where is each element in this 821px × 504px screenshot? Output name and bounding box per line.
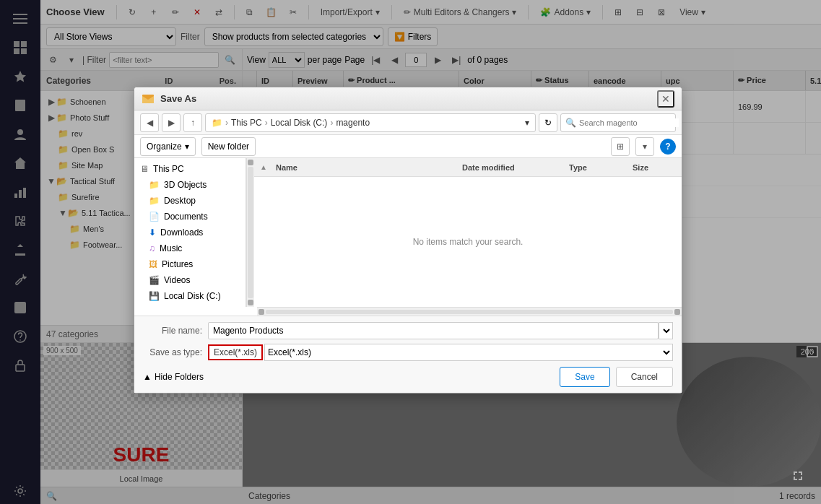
filter-category-select[interactable]: Show products from selected categories xyxy=(204,27,383,46)
scroll-left-arrow[interactable] xyxy=(259,309,264,315)
sidebar-puzzle-icon[interactable] xyxy=(6,208,35,234)
shoe-image xyxy=(677,357,821,487)
tree-item-music[interactable]: ♫ Music xyxy=(134,240,246,256)
breadcrumb-disk[interactable]: Local Disk (C:) xyxy=(271,118,328,128)
import-export-button[interactable]: Import/Export ▾ xyxy=(315,3,386,22)
toggle-photostuff[interactable]: ▶ xyxy=(46,113,56,123)
sidebar-tag-icon[interactable] xyxy=(6,295,35,321)
help-button[interactable]: ? xyxy=(660,139,676,155)
tree-item-documents[interactable]: 📄 Documents xyxy=(134,209,246,225)
prev-page-button[interactable]: ◀ xyxy=(386,52,402,68)
svg-rect-20 xyxy=(16,365,25,371)
sidebar-home-icon[interactable] xyxy=(6,150,35,176)
toggle-tactical[interactable]: ▼ xyxy=(46,176,56,186)
scroll-up-arrow[interactable] xyxy=(248,160,253,165)
search-icon: 🔍 xyxy=(565,118,576,128)
tree-item-pictures[interactable]: 🖼 Pictures xyxy=(134,256,246,272)
save-button[interactable]: Save xyxy=(560,367,609,387)
tree-label-desktop: Desktop xyxy=(164,196,196,206)
save-as-type-select[interactable]: Excel(*.xls) xyxy=(264,344,673,361)
move-button[interactable]: ⇄ xyxy=(209,3,228,22)
refresh-nav-button[interactable]: ↻ xyxy=(539,113,557,132)
back-button[interactable]: ◀ xyxy=(140,113,159,132)
search-filter-button[interactable]: 🔍 xyxy=(222,52,238,68)
sure-logo: SURE xyxy=(113,443,170,466)
add-button[interactable]: + xyxy=(144,3,163,22)
sidebar-chart-icon[interactable] xyxy=(6,179,35,205)
sidebar-star-icon[interactable] xyxy=(6,64,35,90)
col-button2[interactable]: ⊟ xyxy=(630,3,649,22)
multi-editors-button[interactable]: ✏ Multi Editors & Changers ▾ xyxy=(398,3,523,22)
tree-scrollbar[interactable] xyxy=(246,158,254,307)
forward-button[interactable]: ▶ xyxy=(162,113,181,132)
tree-item-this-pc[interactable]: 🖥 This PC xyxy=(134,161,246,177)
sidebar-settings-icon[interactable] xyxy=(6,478,35,504)
col-price[interactable]: ✏ Price xyxy=(734,71,806,90)
view-button[interactable]: View ▾ xyxy=(674,3,711,22)
tree-item-3dobjects[interactable]: 📁 3D Objects xyxy=(134,177,246,193)
top-toolbar: Choose View ↻ + ✏ ✕ ⇄ ⧉ 📋 ✂ Import/Expor… xyxy=(40,0,821,25)
store-select[interactable]: All Store Views xyxy=(46,27,176,46)
category-search-input[interactable] xyxy=(109,52,219,68)
organize-button[interactable]: Organize ▾ xyxy=(140,137,196,156)
page-input[interactable] xyxy=(405,53,427,67)
col-button1[interactable]: ⊞ xyxy=(609,3,627,22)
per-page-select[interactable]: ALL xyxy=(269,52,305,68)
sidebar-person-icon[interactable] xyxy=(6,121,35,147)
hide-folders-toggle[interactable]: ▲ Hide Folders xyxy=(143,372,204,382)
scroll-right-arrow[interactable] xyxy=(674,309,680,315)
tree-item-desktop[interactable]: 📁 Desktop xyxy=(134,193,246,209)
search-bottom-icon[interactable]: 🔍 xyxy=(46,491,57,501)
up-button[interactable]: ↑ xyxy=(183,113,202,132)
sidebar-wrench-icon[interactable] xyxy=(6,266,35,292)
file-area-scrollbar[interactable] xyxy=(257,307,682,316)
sidebar-upload-icon[interactable] xyxy=(6,237,35,263)
cancel-button[interactable]: Cancel xyxy=(616,367,673,387)
refresh-button[interactable]: ↻ xyxy=(123,3,142,22)
file-name-dropdown[interactable]: ▾ xyxy=(659,322,673,339)
filters-button[interactable]: 🔽 Filters xyxy=(388,27,438,46)
file-list-header: ▲ Name Date modified Type Size xyxy=(254,158,682,177)
sidebar-book-icon[interactable] xyxy=(6,92,35,118)
sidebar-dashboard-icon[interactable] xyxy=(6,35,35,61)
expand-icon[interactable] xyxy=(792,470,804,484)
col-date[interactable]: Date modified xyxy=(462,163,563,172)
last-page-button[interactable]: ▶| xyxy=(448,52,464,68)
sidebar-question-icon[interactable] xyxy=(6,323,35,349)
first-page-button[interactable]: |◀ xyxy=(368,52,383,68)
toggle-schoenen[interactable]: ▶ xyxy=(46,97,56,107)
delete-button[interactable]: ✕ xyxy=(188,3,207,22)
sidebar-lock-icon[interactable] xyxy=(6,352,35,378)
new-folder-button[interactable]: New folder xyxy=(201,137,256,156)
cut-button[interactable]: ✂ xyxy=(284,3,303,22)
addons-button[interactable]: 🧩 Addons ▾ xyxy=(534,3,596,22)
tree-item-localdisk[interactable]: 💾 Local Disk (C:) xyxy=(134,288,246,304)
search-input[interactable] xyxy=(579,118,679,127)
tree-label-downloads: Downloads xyxy=(160,227,203,238)
toggle-511[interactable]: ▼ xyxy=(58,208,68,218)
sidebar-menu-icon[interactable] xyxy=(6,6,35,32)
col-button3[interactable]: ⊠ xyxy=(652,3,671,22)
dialog-close-button[interactable]: ✕ xyxy=(657,90,674,108)
tree-item-videos[interactable]: 🎬 Videos xyxy=(134,272,246,288)
breadcrumb-dropdown[interactable]: ▾ xyxy=(525,118,529,128)
gear-button[interactable]: ⚙ xyxy=(45,52,61,68)
edit-button[interactable]: ✏ xyxy=(166,3,185,22)
col-name[interactable]: Name xyxy=(276,163,456,172)
breadcrumb-folder[interactable]: magento xyxy=(336,118,370,128)
file-name-input[interactable] xyxy=(208,322,659,339)
copy-button[interactable]: ⧉ xyxy=(240,3,259,22)
col-511foo[interactable]: 5.11 Foo... xyxy=(806,71,821,90)
view-mode-button[interactable]: ⊞ xyxy=(611,137,630,156)
view-mode-dropdown[interactable]: ▾ xyxy=(635,137,654,156)
filter-toggle-button[interactable]: ▾ xyxy=(64,52,79,68)
link-icon[interactable] xyxy=(807,346,818,360)
breadcrumb-root[interactable]: This PC xyxy=(231,118,262,128)
scroll-down-arrow[interactable] xyxy=(248,300,253,305)
tree-item-downloads[interactable]: ⬇ Downloads xyxy=(134,225,246,240)
paste-button[interactable]: 📋 xyxy=(262,3,281,22)
col-size[interactable]: Size xyxy=(633,163,676,172)
next-page-button[interactable]: ▶ xyxy=(430,52,446,68)
folder-icon-3dobjects: 📁 xyxy=(149,180,160,190)
col-type[interactable]: Type xyxy=(569,163,627,172)
